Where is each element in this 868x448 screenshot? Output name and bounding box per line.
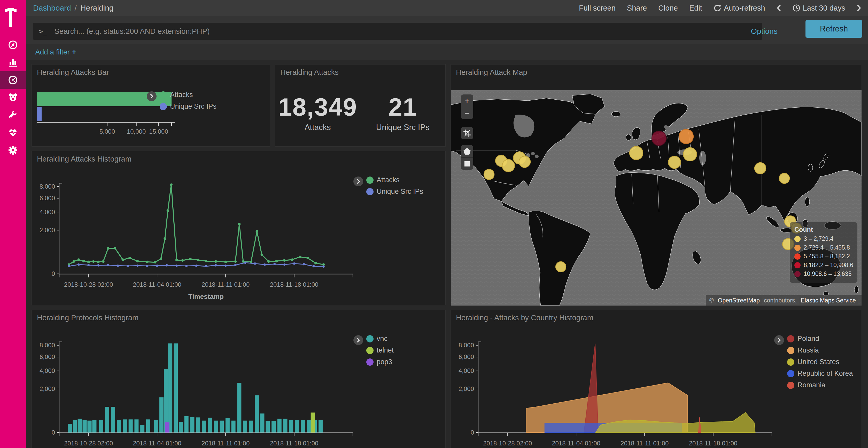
- sidebar-item-compass[interactable]: [0, 36, 26, 54]
- legend-color-dot: [160, 103, 167, 110]
- sidebar-item-heartbeat[interactable]: [0, 124, 26, 141]
- svg-text:2018-11-04 01:00: 2018-11-04 01:00: [133, 281, 181, 288]
- bar-vnc: [295, 420, 299, 433]
- bar-vnc: [208, 418, 212, 433]
- map-legend-row: 2,729.4 – 5,455.8: [795, 244, 853, 251]
- map-attack-point: [668, 156, 681, 169]
- map-draw-polygon-button[interactable]: [461, 145, 473, 158]
- legend-item[interactable]: pop3: [366, 358, 394, 366]
- metric-label: Unique Src IPs: [361, 123, 445, 132]
- time-back-button[interactable]: [777, 4, 781, 12]
- telekom-logo[interactable]: [5, 8, 17, 29]
- panel-title[interactable]: Heralding Attacks Bar: [37, 68, 109, 77]
- panel-title[interactable]: Heralding Protocols Histogram: [37, 314, 138, 322]
- crop-icon: [462, 129, 472, 138]
- legend-range-label: 5,455.8 – 8,182.2: [804, 253, 850, 260]
- bar-chart-icon: [7, 57, 18, 68]
- legend-item[interactable]: United States: [787, 358, 853, 366]
- panel-title[interactable]: Heralding - Attacks by Country Histogram: [456, 314, 593, 322]
- pentagon-icon: [463, 147, 471, 156]
- breadcrumb: Dashboard / Heralding: [33, 4, 114, 12]
- bar-vnc: [99, 420, 103, 433]
- legend-collapse-button[interactable]: [353, 176, 363, 186]
- bar-vnc: [231, 421, 236, 433]
- panel-title[interactable]: Heralding Attacks: [280, 68, 339, 77]
- bar-vnc: [129, 419, 133, 433]
- legend-range-label: 8,182.2 – 10,908.6: [804, 262, 853, 269]
- sidebar-item-gear[interactable]: [0, 141, 26, 159]
- app-sidebar: [0, 0, 26, 448]
- legend-item[interactable]: vnc: [366, 335, 394, 343]
- legend-item[interactable]: Russia: [787, 346, 853, 354]
- legend-collapse-button[interactable]: [774, 335, 784, 345]
- openstreetmap-link[interactable]: OpenStreetMap: [716, 297, 762, 305]
- chevron-right-icon: [150, 94, 153, 99]
- bar-vnc: [174, 343, 178, 433]
- map-fit-bounds-button[interactable]: [461, 127, 473, 139]
- legend-item[interactable]: telnet: [366, 346, 394, 354]
- square-icon: [463, 160, 471, 168]
- legend-item[interactable]: Attacks: [160, 91, 216, 99]
- bar-unique-src-ips: [37, 107, 41, 121]
- sidebar-item-gauge[interactable]: [0, 71, 26, 89]
- panel-title[interactable]: Heralding Attack Map: [456, 68, 527, 77]
- options-link[interactable]: Options: [751, 23, 778, 40]
- svg-text:2018-11-11 01:00: 2018-11-11 01:00: [621, 440, 669, 447]
- legend-item[interactable]: Attacks: [366, 176, 423, 184]
- chart-legend: AttacksUnique Src IPs: [353, 176, 423, 196]
- clone-button[interactable]: Clone: [658, 4, 678, 12]
- bar-vnc: [277, 419, 282, 433]
- svg-text:8,000: 8,000: [459, 342, 474, 349]
- attacks-line-chart: 02,0004,0006,0008,0002018-10-28 02:00201…: [32, 151, 446, 306]
- map-zoom-in-button[interactable]: +: [461, 95, 473, 107]
- refresh-button[interactable]: Refresh: [805, 20, 862, 38]
- add-filter-button[interactable]: Add a filter +: [35, 47, 76, 56]
- full-screen-button[interactable]: Full screen: [579, 4, 616, 12]
- legend-color-dot: [795, 236, 801, 242]
- bar-vnc: [255, 395, 259, 433]
- sidebar-item-bar-chart[interactable]: [0, 54, 26, 71]
- legend-label: vnc: [377, 335, 388, 343]
- edit-button[interactable]: Edit: [689, 4, 702, 12]
- bar-telnet: [311, 413, 315, 433]
- legend-item[interactable]: Republic of Korea: [787, 370, 853, 378]
- map-count-legend: Count 3 – 2,729.42,729.4 – 5,455.85,455.…: [790, 222, 858, 283]
- sidebar-item-wrench[interactable]: [0, 106, 26, 124]
- chevron-right-icon: [777, 338, 781, 343]
- map-zoom-out-button[interactable]: −: [461, 107, 473, 119]
- legend-collapse-button[interactable]: [353, 335, 363, 345]
- search-input[interactable]: [54, 27, 756, 36]
- elastic-maps-service-link[interactable]: Elastic Maps Service: [799, 297, 858, 305]
- legend-color-dot: [787, 358, 795, 366]
- map-draw-rectangle-button[interactable]: [461, 158, 473, 170]
- svg-text:2018-11-11 01:00: 2018-11-11 01:00: [202, 281, 250, 288]
- chart-legend: PolandRussiaUnited StatesRepublic of Kor…: [774, 335, 853, 389]
- svg-text:2018-10-28 02:00: 2018-10-28 02:00: [64, 440, 113, 447]
- time-forward-button[interactable]: [857, 4, 861, 12]
- legend-item[interactable]: Poland: [787, 335, 853, 343]
- legend-collapse-button[interactable]: [147, 91, 157, 101]
- svg-text:4,000: 4,000: [459, 367, 474, 374]
- svg-text:0: 0: [471, 429, 474, 436]
- map-legend-row: 10,908.6 – 13,635: [795, 271, 853, 277]
- bar-vnc: [87, 421, 91, 433]
- bar-vnc: [283, 419, 287, 433]
- svg-text:15,000: 15,000: [149, 128, 168, 135]
- filter-bar: Add a filter +: [26, 44, 868, 60]
- panel-title[interactable]: Heralding Attacks Histogram: [37, 155, 131, 163]
- share-button[interactable]: Share: [627, 4, 647, 12]
- time-range-button[interactable]: Last 30 days: [793, 4, 845, 12]
- bar-vnc: [184, 416, 189, 433]
- sidebar-item-lion[interactable]: [0, 89, 26, 106]
- legend-item[interactable]: Unique Src IPs: [366, 187, 423, 196]
- world-map[interactable]: + −: [451, 90, 862, 306]
- legend-item[interactable]: Romania: [787, 381, 853, 389]
- legend-color-dot: [160, 91, 167, 99]
- metric-attacks: 18,349Attacks: [275, 93, 361, 132]
- breadcrumb-dashboard-link[interactable]: Dashboard: [33, 4, 71, 12]
- auto-refresh-button[interactable]: Auto-refresh: [714, 4, 765, 12]
- legend-label: telnet: [377, 346, 394, 354]
- svg-text:6,000: 6,000: [39, 353, 55, 360]
- search-box: >_: [33, 23, 762, 40]
- legend-item[interactable]: Unique Src IPs: [160, 102, 216, 110]
